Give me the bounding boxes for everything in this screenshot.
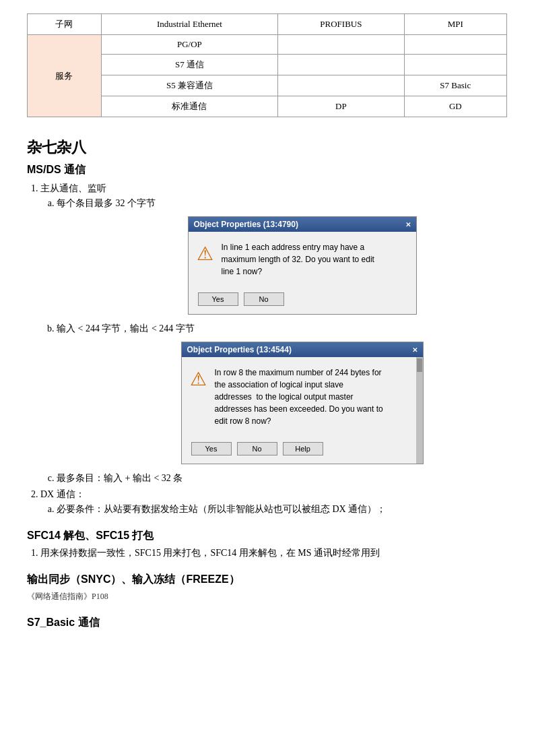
list-item-1: 主从通信、监听 每个条目最多 32 个字节 Object Properties … bbox=[40, 183, 507, 484]
dialog-2-help-button[interactable]: Help bbox=[283, 442, 323, 455]
sfc-list-item-1: 用来保持数据一致性，SFC15 用来打包，SFC14 用来解包，在 MS 通讯时… bbox=[40, 547, 507, 559]
warning-icon-2: ⚠ bbox=[190, 368, 207, 427]
list-item-2-text: DX 通信： bbox=[40, 489, 85, 499]
dialog-1-no-button[interactable]: No bbox=[244, 292, 284, 306]
table-cell-standard: 标准通信 bbox=[101, 96, 278, 117]
table-cell-s5-mpi: S7 Basic bbox=[404, 75, 506, 96]
table-cell-s5-profibus bbox=[278, 75, 404, 96]
dialog-1-yes-button[interactable]: Yes bbox=[198, 292, 238, 306]
section-sfc: SFC14 解包、SFC15 打包 用来保持数据一致性，SFC15 用来打包，S… bbox=[27, 529, 507, 559]
dialog-2-titlebar: Object Properties (13:4544) ✕ bbox=[182, 342, 423, 357]
dialog-1-buttons: Yes No bbox=[189, 287, 416, 314]
table-cell-pgop: PG/OP bbox=[101, 35, 278, 55]
dialog-1-body: ⚠ In line 1 each address entry may have … bbox=[189, 232, 416, 287]
dialog-1: Object Properties (13:4790) ✕ ⚠ In line … bbox=[188, 216, 417, 315]
dialog-2-body: ⚠ In row 8 the maximum number of 244 byt… bbox=[182, 357, 416, 437]
dialog-wrapper-1: Object Properties (13:4790) ✕ ⚠ In line … bbox=[97, 216, 507, 315]
dialog-1-message: In line 1 each address entry may have am… bbox=[222, 241, 374, 278]
section-sync-reference: 《网络通信指南》P108 bbox=[27, 591, 507, 602]
dialog-1-title: Object Properties (13:4790) bbox=[194, 220, 298, 229]
section-sync-title: 输出同步（SNYC）、输入冻结（FREEZE） bbox=[27, 573, 507, 587]
table-header-profibus: PROFIBUS bbox=[278, 14, 404, 35]
section-misc: 杂七杂八 MS/DS 通信 主从通信、监听 每个条目最多 32 个字节 Obje… bbox=[27, 137, 507, 515]
sfc-list-item-1-text: 用来保持数据一致性，SFC15 用来打包，SFC14 用来解包，在 MS 通讯时… bbox=[40, 548, 380, 558]
sub-item-1b-text: 输入 < 244 字节，输出 < 244 字节 bbox=[57, 323, 195, 334]
sub-item-2a-text: 必要条件：从站要有数据发给主站（所以非智能从站也可以被组态 DX 通信）； bbox=[57, 504, 386, 514]
table-cell-pgop-mpi bbox=[404, 35, 506, 55]
subsection-msds-title: MS/DS 通信 bbox=[27, 163, 507, 177]
warning-icon-1: ⚠ bbox=[197, 243, 213, 278]
sub-list-2: 必要条件：从站要有数据发给主站（所以非智能从站也可以被组态 DX 通信）； bbox=[40, 503, 507, 515]
dialog-2-scrollbar[interactable] bbox=[416, 357, 423, 464]
list-item-2: DX 通信： 必要条件：从站要有数据发给主站（所以非智能从站也可以被组态 DX … bbox=[40, 489, 507, 515]
sub-item-1c-text: 最多条目：输入 + 输出 < 32 条 bbox=[57, 473, 182, 483]
table-cell-s7-profibus bbox=[278, 55, 404, 75]
sub-list-item-1b: 输入 < 244 字节，输出 < 244 字节 Object Propertie… bbox=[57, 323, 507, 464]
dialog-2-scroll-thumb bbox=[417, 358, 422, 372]
dialog-2-message: In row 8 the maximum number of 244 bytes… bbox=[215, 367, 383, 427]
table-cell-standard-mpi: GD bbox=[404, 96, 506, 117]
dialog-2-content-area: ⚠ In row 8 the maximum number of 244 byt… bbox=[182, 357, 423, 464]
table-header-ie: Industrial Ethernet bbox=[101, 14, 278, 35]
section-s7basic-title: S7_Basic 通信 bbox=[27, 616, 507, 630]
dialog-1-titlebar: Object Properties (13:4790) ✕ bbox=[189, 217, 416, 232]
dialog-2-title: Object Properties (13:4544) bbox=[187, 345, 292, 354]
dialog-2-yes-button[interactable]: Yes bbox=[191, 442, 232, 455]
dialog-2-close-icon[interactable]: ✕ bbox=[412, 346, 418, 354]
table-cell-standard-profibus: DP bbox=[278, 96, 404, 117]
list-item-1-text: 主从通信、监听 bbox=[40, 183, 106, 193]
dialog-2-buttons: Yes No Help bbox=[182, 437, 416, 464]
dialog-2-no-button[interactable]: No bbox=[237, 442, 277, 455]
table-cell-pgop-profibus bbox=[278, 35, 404, 55]
sub-item-1a-text: 每个条目最多 32 个字节 bbox=[57, 198, 156, 208]
dialog-2-main: ⚠ In row 8 the maximum number of 244 byt… bbox=[182, 357, 416, 464]
table-cell-s5: S5 兼容通信 bbox=[101, 75, 278, 96]
sub-list-item-1c: 最多条目：输入 + 输出 < 32 条 bbox=[57, 472, 507, 484]
sub-list-1: 每个条目最多 32 个字节 Object Properties (13:4790… bbox=[40, 197, 507, 484]
table-header-subnet: 子网 bbox=[28, 14, 102, 35]
section-s7basic: S7_Basic 通信 bbox=[27, 616, 507, 630]
main-list: 主从通信、监听 每个条目最多 32 个字节 Object Properties … bbox=[27, 183, 507, 515]
dialog-2: Object Properties (13:4544) ✕ ⚠ In row 8… bbox=[181, 342, 424, 464]
table-cell-s7: S7 通信 bbox=[101, 55, 278, 75]
service-label: 服务 bbox=[28, 35, 102, 117]
table-header-mpi: MPI bbox=[404, 14, 506, 35]
sfc-list: 用来保持数据一致性，SFC15 用来打包，SFC14 用来解包，在 MS 通讯时… bbox=[27, 547, 507, 559]
dialog-1-close-icon[interactable]: ✕ bbox=[405, 221, 411, 228]
subnet-table: 子网 Industrial Ethernet PROFIBUS MPI 服务 P… bbox=[27, 13, 507, 117]
section-sfc-title: SFC14 解包、SFC15 打包 bbox=[27, 529, 507, 543]
section-misc-title: 杂七杂八 bbox=[27, 137, 507, 158]
section-sync: 输出同步（SNYC）、输入冻结（FREEZE） 《网络通信指南》P108 bbox=[27, 573, 507, 602]
sub-list-item-2a: 必要条件：从站要有数据发给主站（所以非智能从站也可以被组态 DX 通信）； bbox=[57, 503, 507, 515]
dialog-wrapper-2: Object Properties (13:4544) ✕ ⚠ In row 8… bbox=[97, 342, 507, 464]
sub-list-item-1a: 每个条目最多 32 个字节 Object Properties (13:4790… bbox=[57, 197, 507, 315]
table-cell-s7-mpi bbox=[404, 55, 506, 75]
